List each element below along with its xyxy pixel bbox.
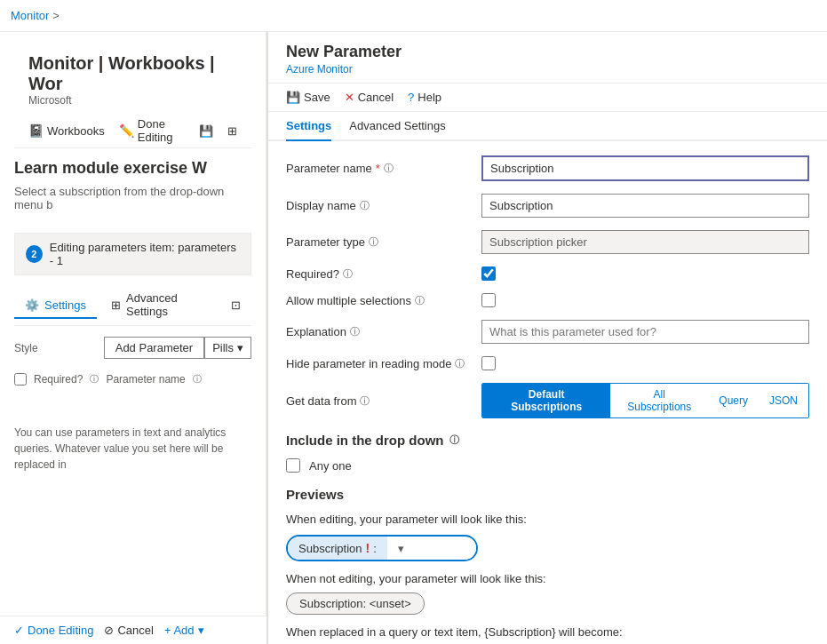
- preview-select-dropdown[interactable]: ▾: [387, 537, 476, 560]
- monitor-title: Monitor | Workbooks | Wor: [28, 53, 237, 94]
- required-checkbox[interactable]: [481, 266, 496, 281]
- parameter-name-row: Parameter name * ⓘ: [286, 155, 809, 181]
- parameter-name-info-icon[interactable]: ⓘ: [384, 162, 394, 175]
- more-options-button[interactable]: ⊞: [227, 124, 237, 138]
- panel-header: New Parameter Azure Monitor: [268, 32, 827, 83]
- required-checkbox-wrap: [481, 266, 496, 281]
- footer-cancel-button[interactable]: ⊘ Cancel: [104, 624, 153, 637]
- get-data-segmented-control: Default Subscriptions All Subscriptions …: [481, 383, 809, 418]
- chevron-preview-icon: ▾: [398, 542, 404, 555]
- footer-add-label: + Add: [164, 624, 195, 637]
- style-label: Style: [14, 342, 38, 354]
- pills-select[interactable]: Pills ▾: [204, 337, 251, 359]
- add-parameter-button[interactable]: Add Parameter: [104, 337, 204, 359]
- allow-multiple-row: Allow multiple selections ⓘ: [286, 293, 809, 307]
- get-data-row: Get data from ⓘ Default Subscriptions Al…: [286, 383, 809, 418]
- left-toolbar: 📓 Workbooks ✏️ Done Editing 💾 ⊞: [14, 114, 251, 148]
- display-name-input[interactable]: [481, 194, 809, 218]
- left-tab-advanced[interactable]: ⊞ Advanced Settings: [100, 286, 217, 325]
- hide-reading-checkbox[interactable]: [481, 356, 496, 370]
- breadcrumb-parent[interactable]: Monitor: [11, 9, 49, 22]
- display-name-label: Display name ⓘ: [286, 199, 481, 212]
- style-select: Add Parameter Pills ▾: [104, 337, 251, 359]
- editing-text: Editing parameters item: parameters - 1: [50, 241, 240, 267]
- parameter-type-row: Parameter type ⓘ: [286, 230, 809, 254]
- help-button[interactable]: ? Help: [408, 91, 441, 104]
- page-desc: Select a subscription from the drop-down…: [14, 185, 251, 211]
- allow-multiple-checkbox-wrap: [481, 293, 496, 307]
- tab-advanced-settings[interactable]: Advanced Settings: [349, 112, 445, 141]
- display-name-info-icon[interactable]: ⓘ: [360, 199, 370, 212]
- get-data-json[interactable]: JSON: [759, 384, 808, 417]
- display-name-row: Display name ⓘ: [286, 194, 809, 218]
- include-dropdown-title: Include in the drop down ⓘ: [286, 433, 809, 448]
- hide-reading-row: Hide parameter in reading mode ⓘ: [286, 356, 809, 370]
- page-title: Learn module exercise W: [14, 159, 251, 178]
- cancel-button[interactable]: ✕ Cancel: [345, 91, 394, 104]
- left-footer: ✓ Done Editing ⊘ Cancel + Add ▾: [0, 616, 266, 644]
- any-one-row: Any one: [286, 458, 809, 473]
- save-icon-button[interactable]: 💾: [199, 124, 213, 138]
- explanation-row: Explanation ⓘ: [286, 320, 809, 344]
- get-data-all-subscriptions[interactable]: All Subscriptions: [610, 384, 708, 417]
- parameter-name-input[interactable]: [481, 155, 809, 181]
- explanation-info-icon[interactable]: ⓘ: [350, 325, 360, 338]
- cancel-circle-icon: ⊘: [104, 624, 114, 637]
- parameter-type-label: Parameter type ⓘ: [286, 235, 481, 249]
- left-tabs: ⚙️ Settings ⊞ Advanced Settings ⊡: [14, 286, 251, 326]
- include-dropdown-info-icon[interactable]: ⓘ: [449, 433, 459, 447]
- save-button[interactable]: 💾 Save: [286, 91, 330, 104]
- required-checkbox-header[interactable]: [14, 373, 27, 386]
- extra-icon: ⊡: [231, 298, 241, 312]
- monitor-header: Monitor | Workbooks | Wor Microsoft: [14, 46, 251, 110]
- chevron-add-icon: ▾: [198, 624, 204, 637]
- param-name-label: Parameter name: [106, 373, 185, 386]
- get-data-default-subscriptions[interactable]: Default Subscriptions: [482, 384, 610, 417]
- tab-settings[interactable]: Settings: [286, 112, 331, 141]
- panel-tabs: Settings Advanced Settings: [268, 112, 827, 141]
- help-icon: ?: [408, 91, 414, 104]
- breadcrumb: Monitor >: [11, 9, 60, 22]
- allow-multiple-info-icon[interactable]: ⓘ: [415, 294, 425, 307]
- check-icon: ✓: [14, 624, 24, 637]
- workbooks-button[interactable]: 📓 Workbooks: [28, 123, 105, 138]
- top-bar: Monitor >: [0, 0, 827, 32]
- pills-label: Pills: [212, 341, 234, 354]
- hide-reading-info-icon[interactable]: ⓘ: [455, 357, 465, 370]
- done-editing-button[interactable]: ✏️ Done Editing: [119, 117, 185, 144]
- preview-label: Subscription ! :: [288, 537, 387, 560]
- workbooks-label: Workbooks: [47, 124, 105, 138]
- left-tab-extra[interactable]: ⊡: [220, 293, 251, 319]
- allow-multiple-checkbox[interactable]: [481, 293, 496, 307]
- required-row: Required? ⓘ: [286, 266, 809, 281]
- tab-settings-label: Settings: [286, 119, 331, 132]
- parameter-type-input[interactable]: [481, 230, 809, 254]
- more-icon: ⊞: [227, 124, 237, 138]
- get-data-label: Get data from ⓘ: [286, 394, 481, 408]
- footer-done-editing-button[interactable]: ✓ Done Editing: [14, 624, 93, 637]
- explanation-input[interactable]: [481, 320, 809, 344]
- panel-title: New Parameter: [286, 43, 809, 61]
- done-editing-icon: ✏️: [119, 123, 134, 138]
- footer-add-button[interactable]: + Add ▾: [164, 624, 204, 637]
- previews-title: Previews: [286, 487, 809, 502]
- required-asterisk: *: [376, 162, 380, 175]
- param-name-info-icon: ⓘ: [193, 373, 202, 386]
- right-panel: New Parameter Azure Monitor 💾 Save ✕ Can…: [266, 32, 827, 644]
- any-one-checkbox[interactable]: [286, 458, 300, 473]
- get-data-query[interactable]: Query: [708, 384, 759, 417]
- workbooks-icon: 📓: [28, 123, 44, 138]
- save-label: Save: [304, 91, 330, 104]
- left-tab-settings[interactable]: ⚙️ Settings: [14, 293, 97, 319]
- editing-number: 2: [26, 245, 43, 263]
- advanced-icon: ⊞: [111, 298, 121, 312]
- get-data-info-icon[interactable]: ⓘ: [360, 394, 370, 408]
- unset-badge: Subscription: <unset>: [286, 592, 425, 615]
- main-content: Monitor | Workbooks | Wor Microsoft 📓 Wo…: [0, 32, 827, 644]
- when-not-editing-desc: When not editing, your parameter will lo…: [286, 572, 809, 585]
- page-section: Learn module exercise W Select a subscri…: [14, 152, 251, 233]
- hide-reading-checkbox-wrap: [481, 356, 496, 370]
- parameter-type-info-icon[interactable]: ⓘ: [369, 235, 378, 249]
- required-info-icon[interactable]: ⓘ: [343, 267, 353, 281]
- footer-done-editing-label: Done Editing: [28, 624, 93, 637]
